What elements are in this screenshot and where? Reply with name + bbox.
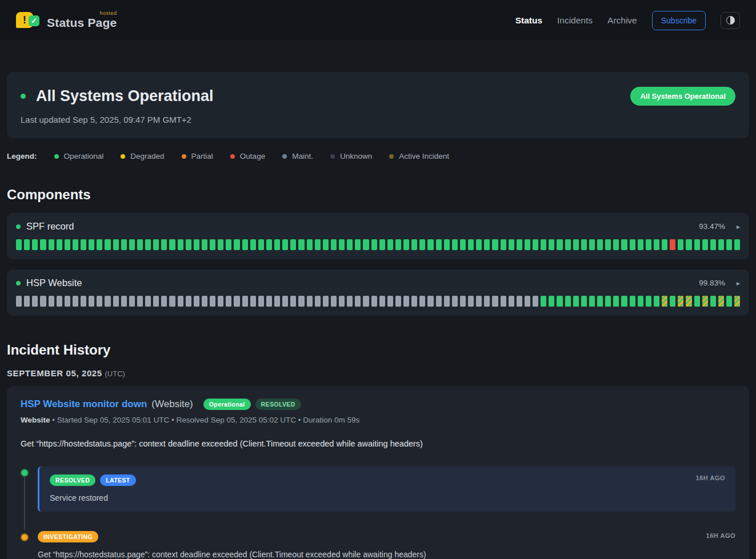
uptime-bar[interactable] [32, 239, 38, 250]
uptime-bar[interactable] [218, 239, 223, 250]
uptime-bar[interactable] [218, 296, 223, 307]
uptime-bar[interactable] [355, 239, 361, 250]
uptime-bar[interactable] [290, 296, 296, 307]
uptime-bar[interactable] [589, 239, 595, 250]
uptime-bar[interactable] [137, 239, 143, 250]
uptime-bar[interactable] [597, 239, 603, 250]
uptime-bar[interactable] [427, 239, 433, 250]
uptime-bar[interactable] [646, 296, 651, 307]
uptime-bar[interactable] [662, 296, 667, 307]
uptime-bar[interactable] [403, 296, 409, 307]
uptime-bar[interactable] [613, 239, 619, 250]
uptime-bar[interactable] [137, 296, 143, 307]
uptime-bar[interactable] [468, 239, 474, 250]
uptime-bar[interactable] [194, 239, 199, 250]
uptime-bar[interactable] [710, 239, 716, 250]
uptime-bar[interactable] [436, 296, 442, 307]
uptime-bar[interactable] [178, 296, 183, 307]
uptime-bar[interactable] [460, 239, 466, 250]
uptime-bar[interactable] [113, 296, 119, 307]
uptime-bar[interactable] [395, 296, 401, 307]
uptime-bar[interactable] [242, 296, 248, 307]
uptime-bar[interactable] [419, 296, 425, 307]
uptime-bar[interactable] [630, 296, 635, 307]
uptime-bar[interactable] [549, 296, 554, 307]
uptime-bar[interactable] [726, 296, 732, 307]
uptime-bar[interactable] [492, 296, 498, 307]
uptime-bar[interactable] [323, 239, 329, 250]
uptime-bar[interactable] [331, 239, 337, 250]
uptime-bar[interactable] [161, 296, 167, 307]
uptime-bar[interactable] [710, 296, 716, 307]
uptime-bar[interactable] [403, 239, 409, 250]
uptime-bar[interactable] [105, 296, 110, 307]
uptime-bar[interactable] [509, 296, 514, 307]
uptime-bar[interactable] [484, 239, 490, 250]
uptime-bar[interactable] [573, 296, 579, 307]
uptime-bar[interactable] [49, 239, 54, 250]
uptime-bar[interactable] [315, 296, 321, 307]
uptime-bar[interactable] [40, 239, 46, 250]
uptime-bar[interactable] [97, 239, 102, 250]
uptime-bar[interactable] [702, 239, 708, 250]
uptime-bar[interactable] [307, 239, 313, 250]
uptime-bar[interactable] [32, 296, 38, 307]
nav-archive[interactable]: Archive [607, 15, 637, 26]
uptime-bar[interactable] [153, 296, 159, 307]
incident-title-link[interactable]: HSP Website monitor down [21, 399, 147, 410]
uptime-bar[interactable] [444, 296, 450, 307]
uptime-bar[interactable] [186, 239, 191, 250]
uptime-bar[interactable] [565, 296, 571, 307]
uptime-bar[interactable] [202, 296, 207, 307]
uptime-bar[interactable] [266, 296, 272, 307]
uptime-bar[interactable] [258, 239, 264, 250]
uptime-bar[interactable] [678, 296, 683, 307]
nav-incidents[interactable]: Incidents [557, 15, 593, 26]
uptime-bar[interactable] [734, 296, 740, 307]
uptime-bar[interactable] [371, 239, 377, 250]
uptime-bar[interactable] [40, 296, 46, 307]
uptime-bar[interactable] [331, 296, 337, 307]
uptime-bar[interactable] [258, 296, 264, 307]
chevron-right-icon[interactable]: ▸ [737, 223, 740, 231]
uptime-bar[interactable] [315, 239, 321, 250]
uptime-bar[interactable] [298, 239, 304, 250]
uptime-bar[interactable] [694, 296, 700, 307]
uptime-bar[interactable] [621, 296, 627, 307]
uptime-bar[interactable] [242, 239, 248, 250]
uptime-bar[interactable] [533, 296, 538, 307]
uptime-bar[interactable] [411, 296, 417, 307]
uptime-bar[interactable] [73, 239, 78, 250]
uptime-bar[interactable] [484, 296, 490, 307]
subscribe-button[interactable]: Subscribe [652, 11, 706, 30]
uptime-bar[interactable] [533, 239, 538, 250]
chevron-right-icon[interactable]: ▸ [737, 279, 740, 287]
uptime-bar[interactable] [509, 239, 514, 250]
uptime-bar[interactable] [517, 239, 522, 250]
uptime-bar[interactable] [16, 239, 22, 250]
uptime-bar[interactable] [718, 296, 724, 307]
uptime-bar[interactable] [210, 296, 215, 307]
uptime-bar[interactable] [501, 239, 506, 250]
uptime-bar[interactable] [266, 239, 272, 250]
uptime-bar[interactable] [654, 296, 659, 307]
uptime-bar[interactable] [121, 239, 127, 250]
uptime-bar[interactable] [65, 296, 70, 307]
uptime-bar[interactable] [452, 296, 458, 307]
uptime-bar[interactable] [501, 296, 506, 307]
uptime-bar[interactable] [436, 239, 442, 250]
uptime-bar[interactable] [282, 296, 288, 307]
uptime-bar[interactable] [24, 296, 30, 307]
uptime-bar[interactable] [549, 239, 554, 250]
uptime-bar[interactable] [113, 239, 119, 250]
uptime-bar[interactable] [476, 239, 482, 250]
uptime-bar[interactable] [589, 296, 595, 307]
uptime-bar[interactable] [307, 296, 313, 307]
uptime-bar[interactable] [525, 239, 530, 250]
uptime-bar[interactable] [97, 296, 102, 307]
uptime-bar[interactable] [89, 239, 94, 250]
uptime-bar[interactable] [363, 239, 369, 250]
nav-status[interactable]: Status [515, 15, 542, 26]
uptime-bar[interactable] [670, 296, 675, 307]
uptime-bar[interactable] [16, 296, 22, 307]
